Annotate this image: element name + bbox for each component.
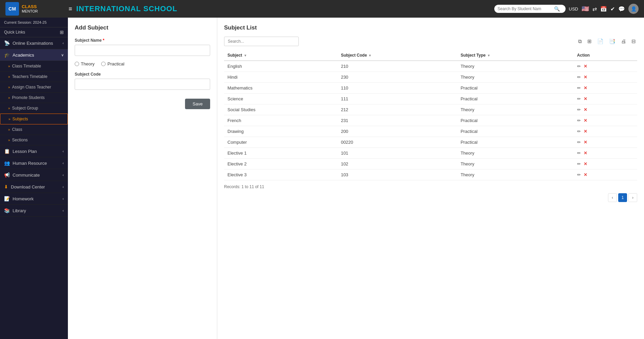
save-button[interactable]: Save xyxy=(185,99,210,109)
delete-button[interactable]: ✕ xyxy=(584,64,587,69)
sort-icon: ▾ xyxy=(369,54,371,57)
sidebar-item-download-center[interactable]: ⬇ Download Center ‹ xyxy=(0,181,68,193)
edit-button[interactable]: ✏ xyxy=(577,75,581,80)
sidebar-item-communicate[interactable]: 📢 Communicate ‹ xyxy=(0,169,68,181)
table-row: French 231 Practical ✏ ✕ xyxy=(224,115,637,126)
prev-page-button[interactable]: ‹ xyxy=(608,193,617,202)
edit-button[interactable]: ✏ xyxy=(577,172,581,177)
delete-button[interactable]: ✕ xyxy=(584,96,587,101)
delete-button[interactable]: ✕ xyxy=(584,161,587,166)
theory-radio-label[interactable]: Theory xyxy=(75,61,94,66)
logo-area: CM CLASS MENTOR xyxy=(5,2,63,16)
print-icon[interactable]: 🖨 xyxy=(620,38,627,45)
cell-code: 230 xyxy=(337,72,457,83)
arrow-icon: » xyxy=(8,117,11,121)
cell-code: 102 xyxy=(337,159,457,170)
col-subject[interactable]: Subject ▾ xyxy=(224,50,337,61)
sidebar-item-class-timetable[interactable]: » Class Timetable xyxy=(0,61,68,72)
col-subject-code[interactable]: Subject Code ▾ xyxy=(337,50,457,61)
theory-radio[interactable] xyxy=(75,62,79,66)
sidebar-item-assign-class-teacher[interactable]: » Assign Class Teacher xyxy=(0,82,68,93)
global-search-input[interactable] xyxy=(498,6,552,11)
currency-badge[interactable]: USD xyxy=(569,6,578,12)
cell-action: ✏ ✕ xyxy=(574,72,637,83)
practical-radio[interactable] xyxy=(101,62,106,66)
next-page-button[interactable]: › xyxy=(628,193,637,202)
sidebar-item-academics[interactable]: 🎓 Academics ∨ xyxy=(0,49,68,61)
sidebar-item-class[interactable]: » Class xyxy=(0,124,68,135)
main-layout: Current Session: 2024-25 Quick Links ⊞ 📡… xyxy=(0,18,644,339)
flag-icon[interactable]: 🇺🇸 xyxy=(582,5,589,13)
quick-links-bar: Quick Links ⊞ xyxy=(0,27,68,37)
practical-radio-label[interactable]: Practical xyxy=(101,61,124,66)
subject-code-input[interactable] xyxy=(75,79,210,90)
cell-subject: Hindi xyxy=(224,72,337,83)
sidebar-item-sections[interactable]: » Sections xyxy=(0,135,68,145)
edit-button[interactable]: ✏ xyxy=(577,161,581,166)
hamburger-button[interactable]: ≡ xyxy=(69,5,72,13)
cell-type: Practical xyxy=(457,83,574,94)
cell-type: Theory xyxy=(457,170,574,180)
edit-button[interactable]: ✏ xyxy=(577,85,581,91)
cell-type: Practical xyxy=(457,94,574,104)
delete-button[interactable]: ✕ xyxy=(584,129,587,134)
quick-links-label: Quick Links xyxy=(4,30,25,35)
edit-button[interactable]: ✏ xyxy=(577,118,581,123)
cell-action: ✏ ✕ xyxy=(574,94,637,104)
copy-icon[interactable]: ⧉ xyxy=(577,38,583,45)
cell-type: Theory xyxy=(457,148,574,159)
delete-button[interactable]: ✕ xyxy=(584,172,587,177)
teachers-timetable-label: Teachers Timetable xyxy=(12,74,48,79)
sidebar-item-subjects[interactable]: » Subjects xyxy=(0,114,68,124)
cell-code: 210 xyxy=(337,61,457,72)
delete-button[interactable]: ✕ xyxy=(584,75,587,80)
sidebar-item-homework[interactable]: 📝 Homework ‹ xyxy=(0,193,68,205)
sidebar-item-subject-group[interactable]: » Subject Group xyxy=(0,103,68,114)
chat-icon[interactable]: 💬 xyxy=(618,6,625,12)
transfer-icon[interactable]: ⇄ xyxy=(592,6,597,12)
export-pdf-icon[interactable]: 📑 xyxy=(608,38,617,45)
delete-button[interactable]: ✕ xyxy=(584,85,587,91)
online-exams-icon: 📡 xyxy=(4,40,10,46)
sidebar-item-library[interactable]: 📚 Library ‹ xyxy=(0,205,68,217)
table-row: Computer 00220 Practical ✏ ✕ xyxy=(224,137,637,148)
sidebar-item-promote-students[interactable]: » Promote Students xyxy=(0,93,68,103)
cell-code: 103 xyxy=(337,170,457,180)
global-search-icon[interactable]: 🔍 xyxy=(554,6,560,12)
user-avatar[interactable]: 👤 xyxy=(628,4,639,14)
export-excel-icon[interactable]: ⊞ xyxy=(586,38,593,45)
chevron-icon: ‹ xyxy=(62,161,64,165)
subject-name-input[interactable] xyxy=(75,45,210,56)
edit-button[interactable]: ✏ xyxy=(577,107,581,112)
delete-button[interactable]: ✕ xyxy=(584,151,587,156)
sidebar-item-lesson-plan[interactable]: 📋 Lesson Plan ‹ xyxy=(0,145,68,157)
sidebar-item-human-resource[interactable]: 👥 Human Resource ‹ xyxy=(0,157,68,169)
subject-search-input[interactable] xyxy=(224,37,299,46)
page-1-button[interactable]: 1 xyxy=(618,193,627,202)
columns-icon[interactable]: ⊟ xyxy=(630,38,637,45)
delete-button[interactable]: ✕ xyxy=(584,107,587,112)
col-subject-type[interactable]: Subject Type ▾ xyxy=(457,50,574,61)
calendar-icon[interactable]: 📅 xyxy=(600,6,607,12)
edit-button[interactable]: ✏ xyxy=(577,129,581,134)
export-csv-icon[interactable]: 📄 xyxy=(596,38,605,45)
check-icon[interactable]: ✔ xyxy=(610,6,615,12)
delete-button[interactable]: ✕ xyxy=(584,118,587,123)
pagination: ‹ 1 › xyxy=(224,193,637,202)
cell-type: Practical xyxy=(457,115,574,126)
cell-action: ✏ ✕ xyxy=(574,126,637,137)
edit-button[interactable]: ✏ xyxy=(577,96,581,101)
library-icon: 📚 xyxy=(4,208,10,213)
delete-button[interactable]: ✕ xyxy=(584,140,587,145)
sidebar-item-teachers-timetable[interactable]: » Teachers Timetable xyxy=(0,72,68,82)
edit-button[interactable]: ✏ xyxy=(577,64,581,69)
subject-code-label: Subject Code xyxy=(75,72,210,77)
cell-action: ✏ ✕ xyxy=(574,148,637,159)
sidebar-item-online-examinations[interactable]: 📡 Online Examinations ‹ xyxy=(0,37,68,49)
logo-box: CM xyxy=(5,2,19,16)
edit-button[interactable]: ✏ xyxy=(577,151,581,156)
chevron-icon: ‹ xyxy=(62,41,64,45)
practical-label: Practical xyxy=(107,61,124,66)
grid-icon[interactable]: ⊞ xyxy=(60,29,64,35)
edit-button[interactable]: ✏ xyxy=(577,140,581,145)
